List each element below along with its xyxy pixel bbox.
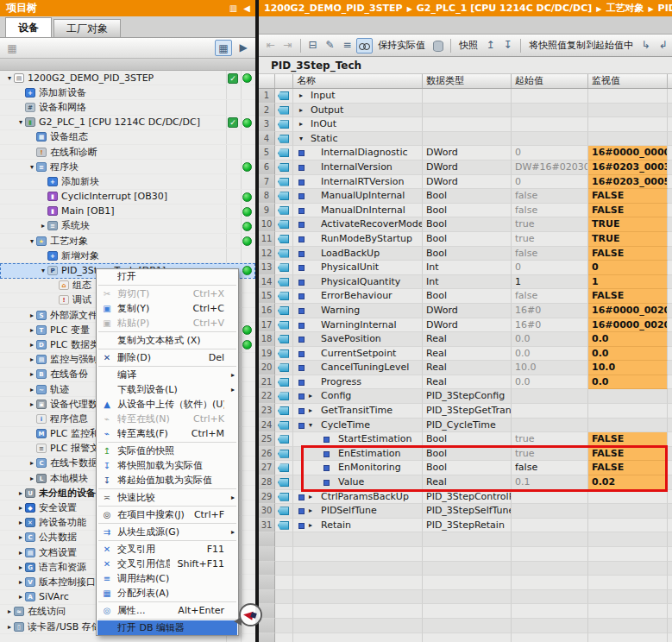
menu-item[interactable]: ✂剪切(T)Ctrl+X [97,286,238,301]
tree-item[interactable]: +新增对象 [0,249,255,263]
expander-icon[interactable]: ▸ [28,459,36,467]
tree-item[interactable]: #设备和网络 [0,100,255,115]
name-cell[interactable]: ▾Static [293,132,423,147]
data-type-cell[interactable]: DWord [423,146,512,160]
monitor-value-cell[interactable] [588,104,668,118]
menu-item[interactable]: 复制为文本格式 (X) [97,333,238,348]
split-view-icon[interactable]: ▥ [229,3,237,13]
tree-item[interactable]: +添加新块 [0,174,255,189]
data-type-cell[interactable]: Bool [423,217,512,232]
menu-item[interactable]: ▣复制(Y)Ctrl+C [97,301,238,316]
data-type-cell[interactable]: Int [423,275,512,290]
expander-icon[interactable]: ▸ [16,519,25,526]
expander-icon[interactable]: ▾ [299,132,303,146]
monitor-value-cell[interactable]: 0.02 [588,475,668,490]
name-cell[interactable]: EnEstimation [293,447,423,462]
tree-filter-icon[interactable]: ▦ [5,41,19,55]
load-snapshot-icon[interactable]: ↥ [482,38,499,54]
menu-item[interactable]: ↧将起始值加载为实际值 [97,473,238,488]
tree-item[interactable]: ▾★工艺对象 [0,234,255,249]
details-view-icon[interactable]: ▦ [215,40,232,56]
name-cell[interactable]: ▸GetTransitTime [293,404,423,419]
monitor-value-cell[interactable] [588,89,668,104]
name-cell[interactable]: ErrorBehaviour [293,289,423,304]
data-type-cell[interactable]: PID_CycleTime [423,419,512,433]
tree-item[interactable]: ▾▮G2_PLC_1 [CPU 1214C DC/DC/DC]✓ [0,116,255,130]
expander-icon[interactable]: ▸ [309,519,312,532]
name-cell[interactable]: ▸Output [293,104,423,118]
menu-item[interactable]: ▣粘贴(P)Ctrl+V [97,316,238,330]
expander-icon[interactable]: ▾ [16,118,25,126]
data-type-cell[interactable] [423,104,512,118]
monitor-value-cell[interactable]: FALSE [588,204,668,218]
start-value-cell[interactable]: 0.0 [512,347,588,362]
menu-item[interactable]: ✕删除(D)Del [97,350,238,365]
data-type-cell[interactable]: DWord [423,304,512,318]
monitor-value-cell[interactable] [588,519,668,533]
monitor-value-cell[interactable]: TRUE [588,232,668,247]
start-value-cell[interactable]: false [512,247,588,261]
data-type-cell[interactable]: Real [423,332,512,347]
monitor-value-cell[interactable] [588,490,668,505]
name-cell[interactable]: CurrentSetpoint [293,347,423,362]
breadcrumb-segment[interactable]: G2_PLC_1 [CPU 1214C DC/DC/DC] [417,3,592,14]
expander-icon[interactable]: ▸ [5,607,14,615]
monitor-value-cell[interactable]: 1 [588,275,668,290]
monitor-value-cell[interactable]: 16#0203_0005 [588,175,668,190]
name-cell[interactable]: CancelTuningLevel [293,361,423,375]
start-value-cell[interactable]: true [512,217,588,232]
tree-item[interactable]: ▮Main [OB1] [0,205,255,219]
name-cell[interactable]: ▸CtrlParamsBackUp [293,490,423,505]
breadcrumb-segment[interactable]: PID [658,3,672,14]
name-cell[interactable]: PhysicalQuantity [293,275,423,290]
expander-icon[interactable]: ▸ [16,533,25,541]
monitor-value-cell[interactable]: 0.0 [588,347,668,362]
name-cell[interactable]: ▾CycleTime [293,419,423,433]
expander-icon[interactable]: ▾ [309,419,312,432]
monitor-value-cell[interactable]: FALSE [588,461,668,475]
copy-setpoints-icon[interactable]: ↲ [655,38,671,54]
insert-row-icon[interactable]: ⇤ [262,38,279,54]
name-cell[interactable]: InternalRTVersion [293,175,423,190]
start-value-cell[interactable]: false [512,461,588,475]
name-cell[interactable]: InternalVersion [293,160,423,175]
data-type-cell[interactable]: PID_3StepControlP... [423,490,512,505]
expander-icon[interactable]: ▸ [309,404,312,418]
expander-icon[interactable]: ▸ [5,623,14,631]
menu-item[interactable]: ≡调用结构(C) [97,571,238,586]
data-type-cell[interactable]: Bool [423,204,512,218]
menu-item[interactable]: ✕交叉引用信息Shift+F11 [97,557,238,571]
monitor-value-cell[interactable] [588,117,668,132]
data-type-cell[interactable]: Bool [423,447,512,462]
menu-item[interactable]: 下载到设备(L)▸ [97,382,238,397]
data-type-cell[interactable] [423,132,512,147]
start-value-cell[interactable] [512,404,588,419]
tree-item[interactable]: +添加新设备 [0,85,255,100]
header-monitor-value[interactable]: 监视值 [588,74,668,88]
snapshot-button[interactable]: 快照 [455,39,482,52]
name-cell[interactable]: Value [293,475,423,490]
start-value-cell[interactable]: 10.0 [512,361,588,375]
monitor-value-cell[interactable]: FALSE [588,289,668,304]
start-value-cell[interactable] [512,490,588,505]
expander-icon[interactable]: ▸ [16,593,25,601]
expander-icon[interactable]: ▸ [299,89,303,103]
data-type-cell[interactable]: Int [423,261,512,275]
expander-icon[interactable]: ▸ [309,389,312,403]
start-value-cell[interactable] [512,104,588,118]
expander-icon[interactable]: ▸ [16,549,25,557]
monitor-all-icon[interactable] [356,38,373,54]
menu-item[interactable]: ⌁转至在线(N)Ctrl+K [97,412,238,426]
menu-item[interactable]: 编译▸ [97,368,238,382]
name-cell[interactable]: ▸Config [293,389,423,404]
export-table-icon[interactable]: ▶ [235,40,252,56]
collapse-panel-icon[interactable]: ◀ [243,3,250,13]
monitor-value-cell[interactable] [588,404,668,419]
data-type-cell[interactable]: PID_3StepSelfTune [423,504,512,519]
keep-actual-values-button[interactable]: 保持实际值 [374,39,430,52]
copy-snapshot-to-start-button[interactable]: 将快照值复制到起始值中 [524,39,637,52]
tree-item[interactable]: ▸≡系统块 [0,219,255,234]
data-type-cell[interactable]: PID_3StepConfig [423,389,512,404]
start-value-cell[interactable]: 0.0 [512,375,588,390]
header-data-type[interactable]: 数据类型 [423,74,512,88]
